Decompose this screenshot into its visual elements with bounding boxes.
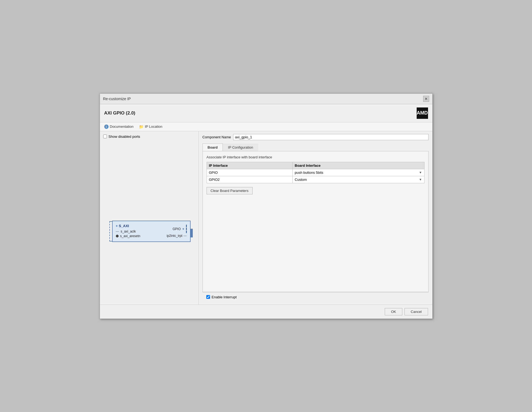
ip-block-irpt-row: ip2intc_irpt — (167, 234, 187, 238)
board-table: IP Interface Board Interface GPIO push b… (207, 162, 425, 183)
ok-button[interactable]: OK (385, 308, 402, 315)
footer-buttons: OK Cancel (100, 305, 432, 319)
board-interface-gpio2: Custom ▼ (292, 176, 424, 183)
ip-interface-gpio2: GPIO2 (207, 176, 292, 183)
enable-interrupt-row: Enable Interrupt (206, 295, 237, 299)
board-interface-gpio2-cell: Custom ▼ (295, 178, 422, 182)
gpio-plus-icon: + (182, 227, 184, 231)
show-disabled-ports-row: Show disabled ports (103, 135, 195, 139)
col-header-ip-interface: IP Interface (207, 162, 292, 169)
table-row: GPIO2 Custom ▼ (207, 176, 424, 183)
component-name-row: Component Name (203, 134, 429, 140)
cancel-button[interactable]: Cancel (404, 308, 428, 315)
ip-location-link[interactable]: 📁 IP Location (139, 125, 162, 129)
title-bar: Re-customize IP ✕ (100, 94, 432, 104)
dropdown-arrow-gpio[interactable]: ▼ (419, 171, 422, 174)
re-customize-ip-dialog: Re-customize IP ✕ AXI GPIO (2.0) AMD i D… (100, 93, 433, 319)
board-interface-gpio: push buttons 5bits ▼ (292, 169, 424, 176)
tab-content-board: Associate IP interface with board interf… (203, 151, 429, 292)
minus-right-icon: — (184, 234, 187, 238)
table-header-row: IP Interface Board Interface (207, 162, 424, 169)
info-icon: i (104, 125, 109, 129)
gpio-bar-2 (186, 228, 187, 230)
dot-icon-aresetn (116, 235, 119, 237)
tab-ip-configuration[interactable]: IP Configuration (223, 143, 258, 151)
enable-interrupt-section: Enable Interrupt (203, 292, 429, 302)
documentation-label: Documentation (110, 125, 133, 129)
ip-block-s-axi: + S_AXI (116, 224, 141, 228)
enable-interrupt-checkbox[interactable] (206, 295, 210, 299)
dropdown-arrow-gpio2[interactable]: ▼ (419, 178, 422, 181)
minus-icon-aclk: — (116, 230, 119, 233)
plus-icon: + (116, 224, 119, 228)
info-bar: i Documentation 📁 IP Location (100, 122, 432, 131)
ip-block-aresetn-row: s_axi_aresetn (116, 234, 141, 238)
folder-icon: 📁 (139, 125, 143, 129)
ip-interface-gpio: GPIO (207, 169, 292, 176)
ip-block-gpio-label-row: GPIO + (167, 225, 187, 233)
clear-board-parameters-button[interactable]: Clear Board Parameters (207, 187, 253, 194)
left-dashed-bar (109, 221, 112, 241)
ip-block-diagram: + S_AXI — s_axi_aclk s_axi_aresetn (112, 221, 191, 242)
tab-board[interactable]: Board (203, 143, 223, 151)
show-disabled-ports-label: Show disabled ports (109, 135, 140, 139)
documentation-link[interactable]: i Documentation (104, 125, 133, 129)
close-button[interactable]: ✕ (423, 96, 429, 102)
ip-block-right: GPIO + ip2intc_irpt — (167, 224, 187, 238)
component-name-input[interactable] (233, 134, 429, 140)
tabs: Board IP Configuration (203, 143, 429, 151)
amd-logo: AMD (417, 107, 428, 119)
table-row: GPIO push buttons 5bits ▼ (207, 169, 424, 176)
left-panel: Show disabled ports + S_AXI — (100, 131, 199, 305)
ip-location-label: IP Location (145, 125, 162, 129)
ip-block-gpio-row: + S_AXI — s_axi_aclk s_axi_aresetn (116, 224, 187, 239)
col-header-board-interface: Board Interface (292, 162, 424, 169)
right-side: Component Name Board IP Configuration As… (199, 131, 432, 305)
gpio-bar-1 (186, 225, 187, 227)
ip-block-aclk-row: — s_axi_aclk (116, 230, 141, 233)
right-connector-bar (190, 229, 193, 237)
header-section: AXI GPIO (2.0) AMD (100, 104, 432, 122)
dialog-title: Re-customize IP (103, 97, 131, 101)
main-content: Show disabled ports + S_AXI — (100, 131, 432, 305)
board-interface-gpio-cell: push buttons 5bits ▼ (295, 171, 422, 175)
ip-block-left: + S_AXI — s_axi_aclk s_axi_aresetn (116, 224, 141, 239)
ip-title: AXI GPIO (2.0) (104, 110, 135, 116)
component-name-label: Component Name (203, 135, 231, 139)
gpio-bars (186, 225, 187, 233)
associate-text: Associate IP interface with board interf… (207, 155, 425, 159)
gpio-bar-3 (186, 231, 187, 233)
show-disabled-ports-checkbox[interactable] (103, 135, 107, 138)
enable-interrupt-label: Enable Interrupt (212, 295, 237, 299)
